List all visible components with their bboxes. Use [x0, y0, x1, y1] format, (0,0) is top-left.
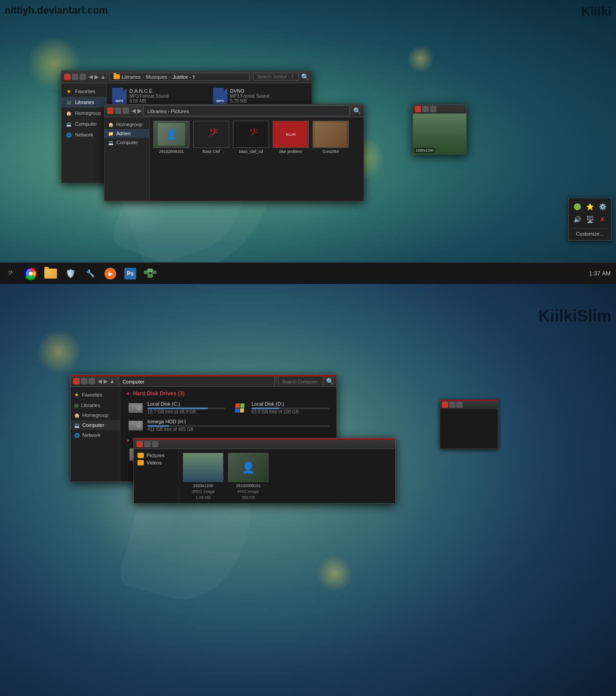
tray-icon-star[interactable]: ⭐ — [585, 202, 595, 212]
taskbar-media-top[interactable]: ▶ — [101, 265, 119, 283]
search-bar-top[interactable]: Search Justice - † — [253, 73, 299, 80]
sidebar-computer-2[interactable]: 💻 Computer — [104, 138, 149, 147]
taskbar-chrome-top[interactable] — [22, 265, 40, 283]
svg-text:𝄢: 𝄢 — [6, 269, 14, 279]
thumb-bottom-png[interactable]: 👤 29102009101 PNG Image 390 KB — [228, 453, 269, 500]
photoshop-icon-top: Ps — [124, 268, 136, 279]
sidebar-network[interactable]: 🌐 Network — [62, 129, 106, 140]
sidebar-homegroup[interactable]: 🏠 Homegroup — [62, 108, 106, 118]
net-icon-bottom: 🌐 — [74, 433, 80, 438]
breadcrumb-text-2: Libraries › Pictures — [147, 109, 189, 114]
forward-arrow-bottom[interactable]: ▶ — [104, 378, 108, 384]
close-bottom-2[interactable] — [137, 441, 143, 447]
drive-h[interactable]: Iomega HDD (H:) 411 GB free of 465 GB — [126, 418, 331, 433]
max-photo[interactable] — [430, 106, 436, 112]
thumbnail-grid: 👤 29102009101 𝄢 Bass Clef 𝄢 — [150, 117, 364, 201]
thumb-size-bottom-1: 1.08 MB — [195, 495, 211, 500]
tray-icon-volume[interactable]: 🔊 — [572, 214, 582, 224]
breadcrumb-bottom[interactable]: Computer — [118, 376, 275, 387]
up-arrow[interactable]: ▲ — [100, 74, 106, 80]
min-photo[interactable] — [422, 106, 429, 112]
tools-icon-top: 🔧 — [85, 269, 95, 279]
breadcrumb-2[interactable]: Libraries › Pictures — [143, 105, 350, 116]
min-bottom-2[interactable] — [144, 441, 151, 447]
sidebar-comp-bottom[interactable]: 💻 Computer — [71, 420, 120, 430]
minimize-button[interactable] — [72, 74, 78, 80]
drive-icon-c — [128, 402, 144, 414]
thumb-img-5 — [313, 121, 349, 148]
windows-icon-d — [235, 403, 245, 412]
tray-icon-monitor[interactable]: 🖥️ — [585, 214, 595, 224]
sidebar-fav-bottom[interactable]: ★ Favorites — [71, 389, 120, 400]
section-hdd[interactable]: ▼ Hard Disk Drives (3) — [126, 390, 331, 397]
taskbar-community-top[interactable] — [141, 265, 159, 283]
thumb-bottom-landscape[interactable]: 1920x1200 JPEG Image 1.08 MB — [183, 453, 223, 500]
sidebar-libraries[interactable]: ▤ Libraries — [62, 97, 106, 108]
sidebar-lib-bottom[interactable]: ▤ Libraries — [71, 400, 120, 410]
sidebar-adrien[interactable]: 📁 Adrien — [104, 129, 149, 138]
drive-name-c: Local Disk (C:) — [147, 401, 225, 407]
thumb-bassclef-od[interactable]: 𝄢 bass_clef_od — [233, 121, 269, 154]
close-button[interactable] — [64, 74, 71, 80]
search-icon-2[interactable]: 🔍 — [353, 107, 361, 114]
tray-icon-close[interactable]: ✕ — [597, 214, 607, 224]
taskbar-logo-top[interactable]: 𝄢 — [4, 265, 20, 282]
sidebar-hg-bottom[interactable]: 🏠 Homegroup — [71, 410, 120, 420]
side-close[interactable] — [442, 402, 448, 408]
sidebar-net-bottom[interactable]: 🌐 Network — [71, 430, 120, 440]
breadcrumb-bar[interactable]: Libraries › Musiques › Justice - † — [109, 73, 250, 81]
file-item-dance[interactable]: MP3 D.A.N.C.E MP3 Format Sound 8.09 MB — [109, 86, 208, 106]
side-window-bottom — [440, 399, 498, 449]
folder-icon — [114, 74, 120, 79]
taskbar-shield-top[interactable]: 🛡️ — [62, 265, 80, 283]
sidebar-label-adrien: Adrien — [116, 131, 131, 136]
forward-arrow-2[interactable]: ▶ — [137, 108, 142, 114]
thumb-bassclef[interactable]: 𝄢 Bass Clef — [193, 121, 229, 154]
maximize-button-2[interactable] — [123, 108, 129, 114]
back-arrow[interactable]: ◀ — [89, 74, 93, 80]
back-arrow-bottom[interactable]: ◀ — [98, 378, 102, 384]
maximize-button[interactable] — [80, 74, 86, 80]
sidebar-computer[interactable]: 💻 Computer — [62, 118, 106, 129]
sidebar-homegroup-2[interactable]: 🏠 Homegroup — [104, 120, 149, 129]
max-bottom-2[interactable] — [152, 441, 158, 447]
close-photo[interactable] — [415, 106, 421, 112]
search-icon-top[interactable]: 🔍 — [301, 73, 309, 80]
sidebar-favorites[interactable]: ★ Favorites — [62, 86, 106, 97]
thumb-gunz064[interactable]: Gunz064 — [313, 121, 349, 154]
taskbar-folder-top[interactable] — [42, 265, 60, 283]
thumb-29102009101[interactable]: 👤 29102009101 — [153, 121, 190, 154]
side-max[interactable] — [456, 402, 463, 408]
close-button-bottom[interactable] — [73, 378, 80, 384]
tray-icon-gear[interactable]: ⚙️ — [597, 202, 607, 212]
breadcrumb-libraries: Libraries — [122, 74, 141, 80]
taskbar-photoshop-top[interactable]: Ps — [121, 265, 139, 283]
thumb-img-4: BLUR — [273, 121, 309, 148]
file-name-dvno: DVNO — [230, 88, 307, 94]
tray-customize-btn[interactable]: Customize... — [572, 228, 607, 237]
drive-d[interactable]: Local Disk (D:) 63.6 GB free of 100 GB — [230, 400, 331, 415]
thumb-blur-problem[interactable]: BLUR blur problem — [273, 121, 309, 154]
side-min[interactable] — [449, 402, 455, 408]
folder-pictures[interactable]: Pictures — [137, 452, 175, 459]
search-icon-bottom[interactable]: 🔍 — [326, 378, 334, 385]
taskbar-tools-top[interactable]: 🔧 — [81, 265, 100, 283]
close-button-2[interactable] — [107, 108, 114, 114]
minimize-button-bottom[interactable] — [81, 378, 87, 384]
drive-info-h: Iomega HDD (H:) 411 GB free of 465 GB — [147, 419, 329, 432]
tray-icon-green[interactable]: 🟢 — [572, 202, 582, 212]
up-arrow-bottom[interactable]: ▲ — [109, 378, 115, 384]
folder-icon-top — [44, 269, 57, 279]
search-bar-bottom[interactable]: Search Computer — [278, 376, 323, 387]
forward-arrow[interactable]: ▶ — [95, 74, 99, 80]
drive-c[interactable]: Local Disk (C:) 10.7 GB free of 48.9 GB — [126, 400, 227, 415]
computer-icon: 💻 — [65, 120, 72, 128]
library-icon: ▤ — [65, 99, 72, 106]
maximize-button-bottom[interactable] — [89, 378, 95, 384]
file-item-dvno[interactable]: MP3 DVNO MP3 Format Sound 5.79 MB — [210, 86, 309, 106]
titlebar-buttons — [64, 74, 86, 80]
folder-videos[interactable]: Videos — [137, 459, 175, 466]
folder-list-sidebar: Pictures Videos — [134, 449, 179, 503]
back-arrow-2[interactable]: ◀ — [132, 108, 136, 114]
minimize-button-2[interactable] — [115, 108, 121, 114]
